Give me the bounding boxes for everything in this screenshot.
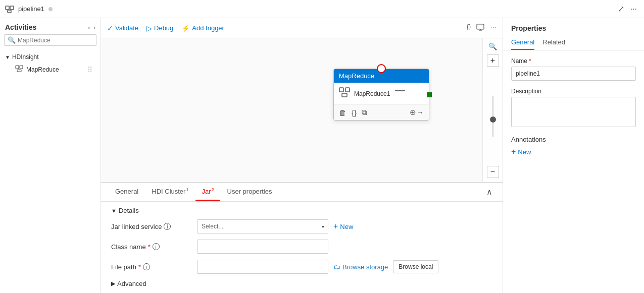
mapreduce-node[interactable]: MapReduce MapReduce1 🗑 bbox=[333, 69, 429, 121]
tab-user-properties[interactable]: User properties bbox=[221, 184, 278, 200]
canvas-container: ✓ Validate ▷ Debug ⚡ Add trigger {} bbox=[101, 18, 503, 293]
sidebar-collapse-icon2[interactable]: ‹ bbox=[93, 24, 95, 31]
details-section-header[interactable]: ▼ Details bbox=[111, 207, 492, 214]
properties-panel: Properties General Related Name * Descri… bbox=[503, 18, 644, 293]
hdinsight-group-header[interactable]: ▼ HDInsight bbox=[5, 52, 95, 62]
sidebar-header: Activities ‹ ‹ bbox=[0, 18, 101, 34]
class-name-input[interactable] bbox=[197, 240, 328, 254]
properties-tab-related[interactable]: Related bbox=[542, 35, 565, 50]
app-icon bbox=[5, 5, 14, 14]
mapreduce-icon bbox=[15, 65, 23, 74]
pipeline-title: pipeline1 bbox=[18, 5, 44, 13]
annotations-section-title: Annotations bbox=[511, 136, 636, 143]
sidebar-controls: ‹ ‹ bbox=[88, 24, 95, 31]
hdinsight-group-label: HDInsight bbox=[12, 53, 39, 61]
trigger-icon: ⚡ bbox=[181, 24, 190, 32]
browse-storage-button[interactable]: 🗂 Browse storage bbox=[333, 263, 388, 271]
jar-linked-service-select-wrapper: Select... ▾ bbox=[197, 219, 328, 233]
add-annotation-button[interactable]: + New bbox=[511, 147, 531, 156]
bottom-content: ▼ Details Jar linked service i Select...… bbox=[101, 202, 503, 293]
zoom-in-button[interactable]: + bbox=[487, 54, 499, 67]
drag-handle-icon: ⠿ bbox=[87, 66, 92, 74]
node-delete-button[interactable]: 🗑 bbox=[339, 108, 346, 117]
properties-title: Properties bbox=[503, 18, 644, 35]
tab-hdi-cluster[interactable]: HDI Cluster1 bbox=[145, 183, 194, 200]
canvas[interactable]: MapReduce MapReduce1 🗑 bbox=[101, 38, 503, 182]
svg-rect-10 bbox=[345, 88, 350, 92]
sidebar-item-mapreduce[interactable]: MapReduce ⠿ bbox=[5, 62, 95, 77]
file-path-input[interactable] bbox=[197, 260, 328, 274]
svg-rect-5 bbox=[17, 70, 21, 72]
top-bar: pipeline1 ⤢ ··· bbox=[0, 0, 644, 18]
debug-icon: ▷ bbox=[146, 24, 152, 32]
connector-line bbox=[395, 90, 405, 91]
toolbar-icons: {} ··· bbox=[467, 23, 497, 33]
node-box: MapReduce MapReduce1 🗑 bbox=[333, 69, 429, 121]
file-path-required: * bbox=[138, 263, 141, 271]
search-input[interactable] bbox=[18, 37, 93, 44]
jar-badge: 2 bbox=[212, 187, 214, 192]
debug-button[interactable]: ▷ Debug bbox=[146, 24, 173, 32]
node-connect-button[interactable]: ⊕→ bbox=[410, 108, 424, 117]
unsaved-indicator bbox=[48, 7, 53, 11]
browse-local-button[interactable]: Browse local bbox=[393, 260, 438, 273]
topbar-more-button[interactable]: ··· bbox=[628, 3, 639, 16]
sidebar-collapse-icon[interactable]: ‹ bbox=[88, 24, 90, 31]
tab-jar[interactable]: Jar2 bbox=[195, 183, 220, 200]
node-body-icon bbox=[339, 87, 350, 100]
class-name-required: * bbox=[148, 243, 151, 251]
svg-rect-4 bbox=[20, 66, 23, 69]
hdi-cluster-badge: 1 bbox=[186, 187, 188, 192]
class-name-row: Class name * i bbox=[111, 240, 492, 254]
jar-linked-service-info-icon[interactable]: i bbox=[164, 223, 171, 230]
description-input[interactable] bbox=[511, 97, 636, 127]
node-copy-button[interactable]: ⧉ bbox=[362, 108, 367, 117]
monitor-icon[interactable] bbox=[476, 23, 485, 33]
jar-linked-service-row: Jar linked service i Select... ▾ + New bbox=[111, 219, 492, 233]
hdinsight-group: ▼ HDInsight MapReduce ⠿ bbox=[0, 50, 101, 79]
class-name-label: Class name * i bbox=[111, 243, 192, 251]
svg-rect-2 bbox=[8, 10, 11, 13]
svg-rect-11 bbox=[342, 93, 347, 97]
validate-icon: ✓ bbox=[107, 24, 113, 32]
node-code-button[interactable]: {} bbox=[352, 108, 357, 117]
advanced-label: Advanced bbox=[117, 280, 146, 287]
jar-linked-service-select[interactable]: Select... bbox=[197, 219, 328, 233]
add-trigger-button[interactable]: ⚡ Add trigger bbox=[181, 24, 224, 32]
file-path-row: File path * i 🗂 Browse storage Browse lo… bbox=[111, 260, 492, 274]
chevron-right-icon: ▶ bbox=[111, 280, 115, 287]
main-layout: Activities ‹ ‹ 🔍 ▼ HDInsight bbox=[0, 18, 644, 293]
class-name-info-icon[interactable]: i bbox=[153, 243, 160, 250]
bottom-panel: General HDI Cluster1 Jar2 User propertie… bbox=[101, 182, 503, 293]
validate-button[interactable]: ✓ Validate bbox=[107, 24, 138, 32]
name-input[interactable] bbox=[511, 67, 636, 81]
sidebar-item-mapreduce-label: MapReduce bbox=[26, 66, 92, 73]
node-actions: 🗑 {} ⧉ ⊕→ bbox=[334, 104, 429, 120]
bottom-tabs: General HDI Cluster1 Jar2 User propertie… bbox=[101, 183, 503, 202]
zoom-out-button[interactable]: − bbox=[487, 166, 499, 178]
browse-storage-icon: 🗂 bbox=[333, 263, 340, 271]
new-linked-service-button[interactable]: + New bbox=[333, 222, 353, 231]
search-canvas-icon[interactable]: 🔍 bbox=[488, 42, 497, 50]
plus-icon: + bbox=[511, 147, 516, 156]
more-options-icon[interactable]: ··· bbox=[490, 23, 497, 33]
node-right-connector[interactable] bbox=[427, 92, 432, 97]
svg-rect-6 bbox=[477, 24, 484, 29]
advanced-section-header[interactable]: ▶ Advanced bbox=[111, 280, 492, 287]
zoom-controls: 🔍 + − bbox=[482, 38, 503, 182]
svg-rect-0 bbox=[6, 6, 9, 10]
properties-tab-general[interactable]: General bbox=[511, 35, 534, 50]
details-label: Details bbox=[119, 207, 139, 214]
expand-button[interactable]: ⤢ bbox=[616, 2, 626, 16]
node-label: MapReduce1 bbox=[354, 90, 390, 97]
jar-linked-service-label: Jar linked service i bbox=[111, 223, 192, 230]
svg-rect-3 bbox=[16, 66, 19, 69]
node-top-connector[interactable] bbox=[377, 64, 386, 73]
collapse-panel-button[interactable]: ∧ bbox=[484, 185, 494, 199]
svg-rect-9 bbox=[339, 88, 343, 92]
code-icon[interactable]: {} bbox=[467, 23, 471, 33]
zoom-slider[interactable] bbox=[492, 71, 493, 162]
tab-general[interactable]: General bbox=[109, 184, 144, 200]
file-path-info-icon[interactable]: i bbox=[143, 263, 150, 270]
chevron-down-icon: ▼ bbox=[5, 54, 10, 60]
